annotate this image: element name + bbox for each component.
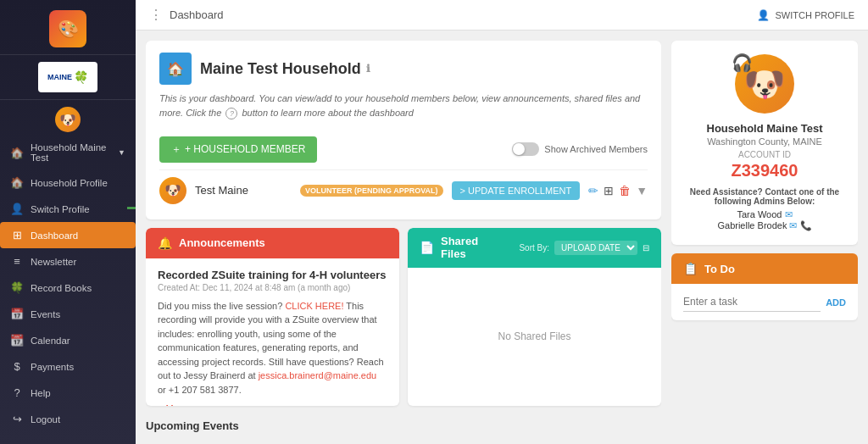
todo-body: ADD (671, 284, 858, 320)
clover-icon: 🍀 (10, 281, 24, 294)
profile-admins: Tara Wood ✉ Gabrielle Brodek ✉ 📞 (683, 209, 846, 231)
sidebar-item-events-label: Events (31, 309, 60, 319)
sidebar-item-dashboard[interactable]: ⊞ Dashboard (0, 222, 136, 248)
events-icon: 📅 (10, 308, 24, 320)
sidebar-item-events[interactable]: 📅 Events (0, 301, 136, 327)
no-files-label: No Shared Files (498, 330, 570, 342)
sidebar-item-household-label: Household Maine Test (31, 142, 111, 163)
add-member-label: + HOUSEHOLD MEMBER (185, 143, 305, 155)
household-info-icon[interactable]: ℹ (366, 63, 370, 75)
dollar-icon: $ (10, 360, 24, 373)
show-archived-label: Show Archived Members (544, 144, 648, 154)
sidebar-item-calendar[interactable]: 📆 Calendar (0, 327, 136, 353)
show-archived-toggle: Show Archived Members (512, 142, 648, 156)
shared-files-controls: Sort By: UPLOAD DATE ⊟ (519, 241, 649, 255)
sort-select[interactable]: UPLOAD DATE (554, 241, 637, 255)
sidebar-logo: 🎨 (0, 0, 136, 55)
sidebar-nav: 🏠 Household Maine Test ▼ 🏠 Household Pro… (0, 136, 136, 444)
profile-account-id: Z339460 (683, 161, 846, 180)
todo-input-row: ADD (683, 292, 846, 312)
sidebar-item-payments[interactable]: $ Payments (0, 353, 136, 380)
toggle-knob (513, 143, 525, 155)
admin1-name: Tara Wood ✉ (683, 209, 846, 220)
member-status-badge: VOLUNTEER (PENDING APPROVAL) (300, 185, 443, 197)
shared-title-line1: Shared (441, 235, 478, 248)
profile-account-label: ACCOUNT ID (683, 150, 846, 159)
headset-icon: 🎧 (732, 53, 753, 73)
update-enrollment-button[interactable]: > UPDATE ENROLLMENT (452, 181, 581, 200)
more-announcements-link[interactable]: + More (158, 403, 187, 406)
switch-profile-button[interactable]: 👤 SWITCH PROFILE (757, 9, 854, 21)
admin2-icons: ✉ 📞 (789, 220, 811, 230)
announcements-body: Recorded ZSuite training for 4-H volunte… (146, 258, 399, 407)
sidebar-item-newsletter[interactable]: ≡ Newsletter (0, 248, 136, 275)
email-link[interactable]: jessica.brainerd@maine.edu (259, 370, 377, 380)
profile-help-text: Need Assistance? Contact one of the foll… (683, 187, 846, 206)
center-column: 🏠 Maine Test Household ℹ This is your da… (146, 41, 661, 434)
sidebar-avatar-row: 🐶 (0, 100, 136, 136)
shared-title-line2: Files (441, 247, 478, 261)
sidebar-avatar: 🐶 (55, 107, 81, 132)
sidebar-item-calendar-label: Calendar (31, 336, 70, 346)
household-header: 🏠 Maine Test Household ℹ (159, 53, 648, 85)
todo-task-input[interactable] (683, 292, 821, 312)
shared-files-header: 📄 Shared Files Sort By: UPLOAD DATE ⊟ (408, 228, 661, 268)
sidebar-item-household[interactable]: 🏠 Household Maine Test ▼ (0, 136, 136, 169)
sidebar-item-logout-label: Logout (31, 414, 60, 425)
edit-member-button[interactable]: ✏ (588, 184, 598, 197)
add-member-button[interactable]: ＋ + HOUSEHOLD MEMBER (159, 136, 317, 163)
org-logo: MAINE 🍀 (38, 62, 97, 92)
announcements-header: 🔔 Announcements (146, 228, 399, 258)
profile-name: Household Maine Test (683, 122, 846, 135)
admin2-name: Gabrielle Brodek ✉ 📞 (683, 220, 846, 231)
sidebar-item-logout[interactable]: ↪ Logout (0, 406, 136, 432)
archived-toggle-switch[interactable] (512, 142, 539, 156)
list-icon: ≡ (10, 255, 24, 268)
update-enrollment-label: > UPDATE ENROLLMENT (460, 186, 572, 196)
profile-location: Washington County, MAINE (683, 136, 846, 147)
announcements-card: 🔔 Announcements Recorded ZSuite training… (146, 228, 399, 407)
page-title: Dashboard (170, 8, 224, 21)
home-icon: 🏠 (10, 147, 24, 159)
todo-header: 📋 To Do (671, 253, 858, 284)
menu-dots[interactable]: ⋮ (149, 7, 163, 23)
plus-icon: ＋ (171, 142, 181, 157)
todo-title: To Do (704, 263, 735, 275)
sidebar-item-switch-profile-label: Switch Profile (31, 204, 90, 214)
arrow-indicator (125, 198, 136, 219)
household-name: Maine Test Household ℹ (200, 60, 370, 78)
filter-icon[interactable]: ⊟ (643, 243, 649, 253)
sidebar-item-household-profile[interactable]: 🏠 Household Profile (0, 169, 136, 196)
upcoming-events-label: Upcoming Events (146, 414, 661, 434)
help-icon: ? (10, 386, 24, 399)
sidebar-item-switch-profile[interactable]: 👤 Switch Profile (0, 196, 136, 222)
announcement-post-title: Recorded ZSuite training for 4-H volunte… (158, 269, 387, 281)
sidebar-item-record-books-label: Record Books (31, 283, 92, 293)
sidebar-item-help[interactable]: ? Help (0, 380, 136, 406)
profile-avatar-wrap: 🐶 🎧 (735, 54, 794, 114)
todo-card: 📋 To Do ADD (671, 253, 858, 320)
click-here-link[interactable]: CLICK HERE! (285, 301, 343, 311)
member-avatar: 🐶 (159, 177, 186, 204)
home2-icon: 🏠 (10, 176, 24, 189)
sidebar: 🎨 MAINE 🍀 🐶 🏠 Household Maine Test ▼ 🏠 H… (0, 0, 136, 444)
sidebar-item-payments-label: Payments (31, 362, 74, 372)
file-icon: 📄 (420, 241, 434, 254)
member-actions: ✏ ⊞ 🗑 ▼ (588, 184, 648, 197)
bell-icon: 🔔 (158, 236, 172, 250)
shared-files-body: No Shared Files (408, 268, 661, 406)
desc-info-icon: ? (225, 108, 237, 119)
right-column: 🐶 🎧 Household Maine Test Washington Coun… (671, 41, 858, 434)
todo-add-button[interactable]: ADD (826, 297, 846, 308)
sidebar-item-record-books[interactable]: 🍀 Record Books (0, 275, 136, 301)
person-icon: 👤 (10, 203, 24, 215)
delete-member-button[interactable]: 🗑 (619, 184, 631, 197)
calendar-icon: 📆 (10, 334, 24, 347)
todo-icon: 📋 (683, 262, 698, 275)
admin1-icons: ✉ (785, 209, 793, 219)
sidebar-item-help-label: Help (31, 388, 51, 398)
add-icon-button[interactable]: ⊞ (604, 184, 614, 197)
sort-by-label: Sort By: (519, 243, 549, 253)
expand-member-button[interactable]: ▼ (636, 184, 648, 197)
bottom-row: 🔔 Announcements Recorded ZSuite training… (146, 228, 661, 407)
